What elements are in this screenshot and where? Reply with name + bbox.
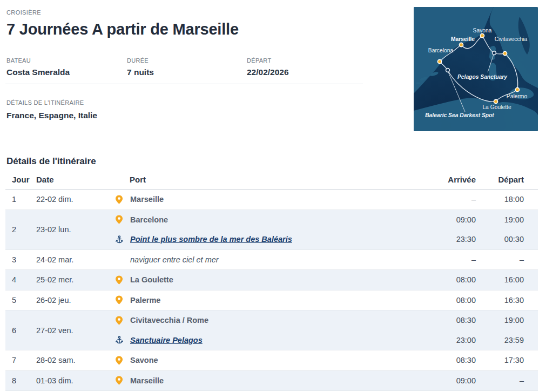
departure-time: – [476,376,524,385]
port-name: Palerme [130,296,160,305]
departure-time: 16:30 [476,296,524,305]
table-row: 223-02 lun. Barcelone09:0019:00 Point le… [5,210,538,250]
map-label-savona: Savona [473,28,492,33]
excursion-link[interactable]: Point le plus sombre de la mer des Baléa… [130,235,292,244]
map-pin-icon-glyph [116,195,123,204]
arrival-time: 08:00 [414,275,476,284]
port-cell: Point le plus sombre de la mer des Baléa… [112,234,414,244]
map-pin-icon [115,376,123,386]
departure-time: 00:30 [476,235,524,244]
waypoint-balearic [446,69,450,72]
arrival-time: – [414,195,476,204]
itinerary-countries: DÉTAILS DE L'ITINÉRAIRE France, Espagne,… [6,99,97,120]
map-pin-icon-glyph [116,376,123,385]
category-label: CROISIÈRE [6,9,41,16]
row-port-lines: Marseille–18:00 [112,190,524,209]
excursion-link[interactable]: Sanctuaire Pelagos [130,336,203,344]
arrival-time: – [414,255,476,264]
map-pin-icon-glyph [116,295,123,305]
port-cell: naviguer entre ciel et mer [112,255,414,265]
row-day: 7 [12,356,36,364]
arrival-time: 08:30 [414,316,476,325]
route-map-svg: Savona Marseille Civitavecchia Barcelona… [414,7,538,131]
arrival-time: 08:30 [414,356,476,364]
row-date: 01-03 dim. [36,376,112,385]
departure-time: 19:00 [476,316,524,325]
itinerary-table-header: Jour Date Port Arrivée Départ [5,170,538,190]
departure-time: 18:00 [476,195,524,204]
port-line: Sanctuaire Pelagos23:0023:59 [112,330,524,350]
row-day: 2 [12,225,36,234]
meta-duration-value: 7 nuits [127,67,154,77]
table-row: 526-02 jeu. Palerme08:0016:30 [5,290,538,311]
map-label-palermo: Palermo [507,93,528,99]
arrival-time: 09:00 [414,376,476,385]
anchor-icon-glyph [116,336,123,344]
meta-ship-value: Costa Smeralda [6,67,70,77]
map-pin-icon [115,315,123,325]
map-pin-icon-glyph [116,316,123,325]
meta-departure: DÉPART 22/02/2026 [247,57,289,77]
port-name: La Goulette [130,275,173,284]
row-day: 4 [12,275,36,284]
table-row: 801-03 dim. Marseille09:00– [5,371,538,391]
arrival-time: 23:30 [414,235,476,244]
anchor-icon [115,234,123,244]
anchor-icon [115,335,123,345]
departure-time: 16:00 [476,275,524,284]
meta-departure-label: DÉPART [247,57,289,64]
map-pin-icon [115,194,123,204]
row-day: 3 [12,255,36,264]
departure-time: 19:00 [476,215,524,224]
port-name: Savone [130,356,158,364]
cruise-detail-page: CROISIÈRE 7 Journées A partir de Marseil… [0,0,546,392]
table-row: 324-02 mar.naviguer entre ciel et mer–– [5,250,538,271]
port-name: Marseille [130,376,164,385]
row-port-lines: Palerme08:0016:30 [112,290,524,310]
col-header-jour: Jour [12,175,36,184]
table-row: 728-02 sam. Savone08:3017:30 [5,350,538,371]
row-date: 28-02 sam. [36,356,112,364]
row-day: 1 [12,195,36,204]
table-row: 122-02 dim. Marseille–18:00 [5,190,538,210]
row-day: 5 [12,296,36,305]
dot-la-goulette [494,99,497,103]
port-line: Barcelone09:0019:00 [112,210,524,230]
meta-departure-value: 22/02/2026 [247,67,289,77]
port-cell: Civitavecchia / Rome [112,315,414,325]
port-cell: Marseille [112,376,414,386]
row-date: 24-02 mar. [36,255,112,264]
itinerary-countries-value: France, Espagne, Italie [6,111,97,120]
port-cell: Palerme [112,295,414,305]
port-cell: Barcelone [112,215,414,225]
row-port-lines: Marseille09:00– [112,371,524,391]
port-line: Savone08:3017:30 [112,350,524,370]
row-port-lines: Savone08:3017:30 [112,350,524,370]
col-header-depart: Départ [476,175,524,184]
row-day: 6 [12,326,36,335]
map-pin-icon-glyph [116,356,123,365]
port-line: Civitavecchia / Rome08:3019:00 [112,310,524,330]
meta-ship-label: BATEAU [6,57,70,64]
meta-duration: DURÉE 7 nuits [127,57,154,77]
map-label-civitavecchia: Civitavecchia [495,36,528,42]
waypoint-pelagos [493,51,496,55]
map-label-balearic: Balearic Sea Darkest Spot [425,112,494,118]
map-pin-icon [115,355,123,365]
port-name: Civitavecchia / Rome [130,316,208,325]
row-port-lines: La Goulette08:0016:00 [112,270,524,290]
map-pin-icon-glyph [116,275,123,285]
dot-civitavecchia [503,51,507,55]
arrival-time: 08:00 [414,296,476,305]
map-label-la-goulette: La Goulette [482,104,511,110]
departure-time: 23:59 [476,336,524,344]
meta-ship: BATEAU Costa Smeralda [6,57,70,77]
port-line: Marseille–18:00 [112,190,524,209]
dot-savona [480,33,484,37]
map-label-marseille: Marseille [451,36,475,42]
itinerary-countries-label: DÉTAILS DE L'ITINÉRAIRE [6,99,97,106]
dot-marseille [459,43,463,46]
arrival-time: 09:00 [414,215,476,224]
dot-palermo [515,87,519,91]
port-line: Marseille09:00– [112,371,524,391]
